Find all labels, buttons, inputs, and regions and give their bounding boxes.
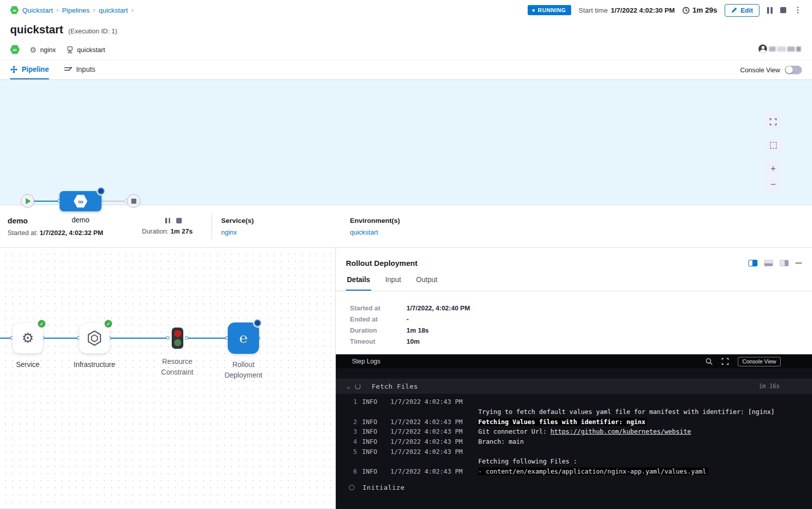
canvas-select-button[interactable]	[765, 137, 781, 153]
top-header-bar: ∞ Quickstart › Pipelines › quickstart › …	[0, 0, 812, 20]
log-level: INFO	[362, 398, 385, 405]
exec-port	[166, 336, 170, 340]
console-view-toggle[interactable]	[785, 66, 802, 74]
success-check-icon: ✓	[38, 320, 45, 328]
execution-graph-canvas[interactable]: ⚙ ✓ Service ✓ Infrastructure Resource Co…	[0, 248, 336, 509]
zoom-in-button[interactable]: +	[765, 161, 781, 176]
step-panel-tabs: Details Input Output	[336, 274, 812, 291]
step-label-service: Service	[5, 359, 50, 370]
breadcrumb: ∞ Quickstart › Pipelines › quickstart ›	[10, 6, 133, 15]
environment-link[interactable]: quickstart	[350, 228, 400, 236]
stage-summary-bar: demo Started at: 1/7/2022, 4:02:32 PM Du…	[0, 205, 812, 248]
detail-row-ended-at: Ended at-	[350, 315, 812, 323]
pipeline-end-node[interactable]	[127, 194, 140, 208]
log-link[interactable]: https://github.com/kubernetes/website	[550, 428, 691, 435]
minimize-panel-icon[interactable]	[795, 262, 802, 264]
layout-right-icon[interactable]	[780, 260, 789, 266]
exec-edge	[187, 338, 227, 339]
stop-icon	[131, 199, 136, 204]
log-level: INFO	[362, 468, 385, 475]
play-icon	[26, 198, 31, 204]
tab-output[interactable]: Output	[415, 274, 438, 291]
log-level: INFO	[362, 438, 385, 445]
step-node-service[interactable]: ⚙ ✓	[13, 323, 43, 353]
step-label-infrastructure: Infrastructure	[62, 359, 127, 370]
section-duration: 1m 16s	[758, 383, 780, 390]
log-timestamp: 1/7/2022 4:02:43 PM	[390, 438, 473, 445]
log-level: INFO	[362, 448, 385, 455]
traffic-light-red-icon	[174, 330, 181, 337]
edit-button[interactable]: Edit	[725, 4, 759, 17]
success-check-icon: ✓	[105, 320, 112, 328]
log-line: 4 INFO 1/7/2022 4:02:43 PM Branch: main	[336, 437, 812, 447]
log-message: Trying to fetch default values yaml file…	[478, 408, 812, 415]
step-node-resource-constraint[interactable]	[172, 328, 183, 349]
zoom-out-button[interactable]: −	[765, 176, 781, 192]
step-node-rollout-deployment[interactable]: ℮	[228, 322, 259, 354]
log-line: 1 INFO 1/7/2022 4:02:43 PM	[336, 397, 812, 407]
tab-details[interactable]: Details	[346, 274, 371, 291]
log-line: 6 INFO 1/7/2022 4:02:43 PM - content/en/…	[336, 467, 812, 477]
stage-node-demo[interactable]: ∞	[60, 191, 102, 211]
log-message: Fetching following Files :	[478, 457, 812, 465]
log-timestamp: 1/7/2022 4:02:43 PM	[390, 468, 473, 475]
section-spinner-icon	[355, 384, 361, 389]
step-node-infrastructure[interactable]: ✓	[79, 323, 110, 353]
infrastructure-icon	[87, 330, 102, 346]
log-section-initialize[interactable]: Initialize	[336, 480, 812, 496]
stage-stop-button[interactable]	[176, 218, 182, 223]
console-view-button[interactable]: Console View	[738, 357, 781, 366]
layout-right-active-icon[interactable]	[748, 260, 757, 266]
log-line-number: 4	[348, 438, 357, 445]
search-icon[interactable]	[705, 358, 713, 365]
step-logs-bar: Step Logs Console View	[336, 354, 812, 368]
log-line-number: 1	[348, 398, 357, 405]
services-heading: Service(s)	[221, 217, 341, 224]
page-title: quickstart	[10, 23, 63, 36]
abort-pipeline-button[interactable]	[780, 7, 786, 13]
stage-label: demo	[60, 216, 102, 224]
log-line-number: 6	[348, 468, 357, 475]
stage-pause-button[interactable]	[165, 218, 170, 223]
more-options-button[interactable]: ⋮	[794, 7, 802, 14]
tab-pipeline[interactable]: Pipeline	[10, 60, 49, 79]
chevron-down-icon: ⌄	[342, 383, 355, 390]
user-avatar-icon	[758, 44, 767, 53]
execution-id: (Execution ID: 1)	[68, 27, 117, 35]
tab-input[interactable]: Input	[384, 274, 402, 291]
step-label-rollout-deployment: Rollout Deployment	[216, 359, 271, 381]
cd-stage-icon: ∞	[74, 195, 87, 208]
log-line: 3 INFO 1/7/2022 4:02:43 PM Git connector…	[336, 427, 812, 437]
breadcrumb-pipeline-name[interactable]: quickstart	[99, 7, 128, 14]
pipeline-start-node[interactable]	[21, 194, 34, 208]
log-line: Fetching following Files :	[336, 456, 812, 467]
pause-pipeline-button[interactable]	[767, 7, 773, 14]
step-label-resource-constraint: Resource Constraint	[149, 356, 205, 378]
step-panel-title: Rollout Deployment	[346, 259, 418, 267]
expand-logs-icon[interactable]	[722, 358, 729, 365]
layout-bottom-icon[interactable]	[764, 260, 773, 266]
canvas-fullscreen-button[interactable]	[765, 114, 781, 129]
pipeline-canvas[interactable]: ∞ demo + −	[0, 80, 812, 205]
spinner-dot-icon	[532, 9, 535, 12]
fullscreen-icon	[770, 118, 777, 125]
service-link[interactable]: nginx	[221, 228, 341, 236]
view-tabbar: Pipeline Inputs Console View	[0, 60, 812, 80]
breadcrumb-quickstart[interactable]: Quickstart	[22, 7, 53, 14]
breadcrumb-pipelines[interactable]: Pipelines	[62, 7, 90, 14]
service-tag[interactable]: ⚙ nginx	[30, 46, 56, 54]
cd-module-icon: ∞	[10, 45, 20, 55]
detail-row-duration: Duration1m 18s	[350, 327, 812, 334]
log-section-fetch-files[interactable]: ⌄ Fetch Files 1m 16s	[336, 379, 812, 394]
log-line-number: 2	[348, 418, 357, 426]
running-spinner-badge	[254, 319, 261, 327]
status-badge: RUNNING	[528, 5, 571, 15]
log-level: INFO	[362, 428, 385, 435]
log-line: 5 INFO 1/7/2022 4:02:43 PM	[336, 446, 812, 456]
clock-icon	[682, 7, 690, 14]
log-console[interactable]: ⌄ Fetch Files 1m 16s 1 INFO 1/7/2022 4:0…	[336, 368, 812, 509]
log-message: Fetching Values files with identifier: n…	[478, 418, 647, 426]
environment-tag[interactable]: quickstart	[66, 46, 106, 54]
tab-inputs[interactable]: Inputs	[64, 60, 95, 79]
elapsed-time: 1m 29s	[682, 6, 717, 14]
